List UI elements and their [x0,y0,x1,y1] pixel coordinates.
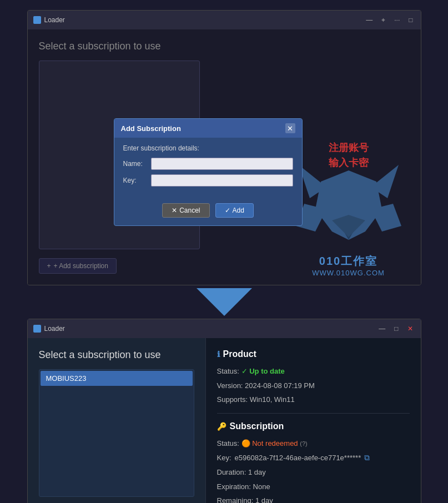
dialog-close-button[interactable]: ✕ [285,123,295,133]
top-titlebar: Loader — ⌖ ··· □ [28,11,421,29]
subscription-status-row: Status: 🟠 Not redeemed (?) [217,438,410,449]
top-content-area: Select a subscription to use + + Add sub… [28,29,421,285]
subscription-duration-row: Duration: 1 day [217,467,410,478]
product-version-value: 2024-08-08 07:19 PM [245,381,315,390]
add-label: Add [233,207,244,214]
product-title: Product [223,349,256,359]
add-subscription-dialog: Add Subscription ✕ Enter subscription de… [114,118,303,226]
key-icon: 🔑 [217,422,226,431]
bottom-titlebar-left: Loader [33,325,65,333]
subscription-status-label: Status: [217,439,239,447]
titlebar-left: Loader [33,16,65,24]
orange-dot-icon: 🟠 [241,439,253,447]
top-window-title: Loader [44,16,65,24]
name-label: Name: [123,160,145,168]
bottom-select-title: Select a subscription to use [39,349,194,361]
subscription-expiration-value: None [253,482,270,491]
top-loader-window: Loader — ⌖ ··· □ Select a subscription t… [27,10,421,285]
subscription-remaining-row: Remaining: 1 day [217,495,410,503]
add-button[interactable]: ✓ Add [215,203,254,218]
plus-icon: + [47,262,51,270]
arrow-divider [197,288,252,316]
svg-rect-0 [34,17,40,23]
subscription-key-row: Key: e596082a-7f12-46ae-aefe-ce771e*****… [217,452,410,464]
subscription-section-title: 🔑 Subscription [217,421,410,431]
cancel-x-icon: ✕ [172,207,177,214]
bottom-titlebar-controls: — □ ✕ [376,324,415,334]
minimize-btn[interactable]: — [364,15,375,25]
subscription-key-label: Key: [217,452,231,464]
product-section-title: ℹ Product [217,349,410,359]
key-input[interactable] [151,174,293,187]
product-status-row: Status: ✓ Up to date [217,366,410,377]
svg-rect-8 [34,326,40,331]
left-panel: Select a subscription to use MOBIUS223 [28,338,205,503]
info-icon: ℹ [217,350,220,359]
bottom-titlebar: Loader — □ ✕ [28,319,421,338]
bottom-maximize-btn[interactable]: □ [392,324,400,334]
dialog-subtitle: Enter subscription details: [123,144,293,152]
dialog-footer: ✕ Cancel ✓ Add [114,198,302,225]
bottom-app-icon [33,325,41,333]
subscription-title: Subscription [230,421,284,431]
app-icon [33,16,41,24]
bottom-window-title: Loader [44,325,65,333]
product-supports-value: Win10, Win11 [250,395,295,404]
dialog-title: Add Subscription [121,124,181,133]
key-label: Key: [123,177,145,184]
product-status-label: Status: [217,367,239,375]
question-mark: (?) [300,440,307,447]
product-version-row: Version: 2024-08-08 07:19 PM [217,380,410,391]
help-btn[interactable]: □ [406,15,415,25]
add-check-icon: ✓ [225,207,230,214]
cancel-button[interactable]: ✕ Cancel [162,203,209,218]
product-version-label: Version: [217,381,243,390]
top-select-title: Select a subscription to use [39,41,410,52]
watermark-area: 注册账号 输入卡密 [293,140,404,277]
subscription-status-value: Not redeemed [252,439,298,447]
section-divider [217,413,410,414]
bottom-content: Select a subscription to use MOBIUS223 ℹ… [28,338,421,503]
subscription-expiration-row: Expiration: None [217,481,410,492]
subscription-remaining-label: Remaining: [217,496,254,503]
add-subscription-label: + Add subscription [54,262,108,270]
bottom-minimize-btn[interactable]: — [376,324,387,334]
subscription-duration-label: Duration: [217,468,246,476]
copy-icon[interactable]: ⧉ [364,452,370,464]
add-subscription-button[interactable]: + + Add subscription [39,258,117,274]
wolf-logo [293,154,404,254]
watermark-brand: 010工作室 [319,254,377,269]
more-btn[interactable]: ··· [392,15,402,25]
bottom-loader-window: Loader — □ ✕ Select a subscription to us… [27,319,421,503]
product-status-value: Up to date [249,367,285,375]
down-arrow-icon [197,288,252,316]
name-row: Name: [123,158,293,170]
product-supports-label: Supports: [217,395,248,404]
status-check-icon: ✓ [241,367,250,375]
pin-btn[interactable]: ⌖ [379,15,387,25]
bottom-close-btn[interactable]: ✕ [405,324,415,334]
watermark-url: WWW.010WG.COM [312,269,385,277]
watermark-line1: 注册账号 [329,140,369,155]
subscription-remaining-value: 1 day [255,496,273,503]
name-input[interactable] [151,158,293,170]
subscription-duration-value: 1 day [248,468,266,476]
dialog-header: Add Subscription ✕ [114,119,302,138]
dialog-body: Enter subscription details: Name: Key: [114,138,302,198]
key-row: Key: [123,174,293,187]
right-panel: ℹ Product Status: ✓ Up to date Version: … [205,338,421,503]
cancel-label: Cancel [179,207,200,214]
subscription-list-item[interactable]: MOBIUS223 [41,371,193,386]
subscription-list-bottom[interactable]: MOBIUS223 [39,369,194,497]
product-supports-row: Supports: Win10, Win11 [217,394,410,405]
subscription-key-value: e596082a-7f12-46ae-aefe-ce771e****** [235,452,361,464]
subscription-expiration-label: Expiration: [217,482,251,491]
titlebar-controls: — ⌖ ··· □ [364,15,415,25]
